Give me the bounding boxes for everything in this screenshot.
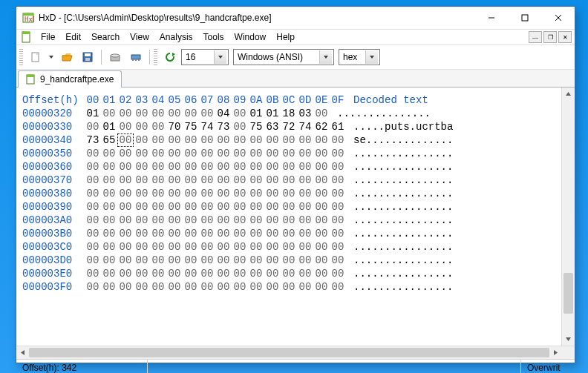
hex-byte[interactable]: 00 [85,280,101,294]
hex-byte[interactable]: 00 [215,254,232,267]
hex-byte[interactable]: 00 [150,174,166,187]
hex-byte[interactable]: 00 [248,147,264,160]
hex-byte[interactable]: 00 [281,160,297,174]
hex-byte[interactable]: 00 [264,240,281,254]
hex-byte[interactable]: 00 [248,133,264,147]
hex-byte[interactable]: 00 [183,254,199,267]
hex-byte[interactable]: 00 [232,200,248,214]
hex-byte[interactable]: 00 [117,147,134,160]
hex-byte[interactable]: 00 [232,160,248,174]
hex-byte[interactable]: 00 [117,200,134,214]
hex-byte[interactable]: 00 [199,280,215,294]
hex-byte[interactable]: 00 [264,280,281,294]
hex-byte[interactable]: 00 [134,200,150,214]
hex-byte[interactable]: 00 [248,240,264,254]
hex-byte[interactable]: 00 [117,280,134,294]
hex-byte[interactable]: 00 [101,280,117,294]
new-button[interactable] [26,47,45,67]
hex-byte[interactable]: 00 [297,254,313,267]
hex-byte[interactable]: 00 [117,267,134,280]
hex-byte[interactable]: 00 [101,147,117,160]
hex-byte[interactable]: 00 [232,280,248,294]
hex-byte[interactable]: 00 [232,120,248,133]
hex-byte[interactable]: 00 [215,160,232,174]
scroll-left-button[interactable] [16,349,29,356]
hex-byte[interactable]: 00 [166,214,183,227]
hex-byte[interactable]: 00 [297,227,313,240]
hex-byte[interactable]: 00 [134,187,150,200]
hex-byte[interactable]: 00 [313,107,330,120]
hex-byte[interactable]: 00 [101,254,117,267]
hex-byte[interactable]: 00 [183,280,199,294]
hex-byte[interactable]: 00 [264,254,281,267]
hex-byte[interactable]: 00 [248,214,264,227]
hex-byte[interactable]: 00 [150,160,166,174]
hex-byte[interactable]: 00 [297,160,313,174]
hex-byte[interactable]: 00 [199,200,215,214]
hex-byte[interactable]: 00 [85,214,101,227]
hex-byte[interactable]: 00 [183,187,199,200]
hex-byte[interactable]: 00 [183,133,199,147]
hex-byte[interactable]: 00 [297,133,313,147]
hex-byte[interactable]: 00 [199,133,215,147]
hex-byte[interactable]: 00 [330,280,346,294]
hex-byte[interactable]: 00 [313,187,330,200]
toolbar-grip[interactable] [19,49,23,65]
hex-byte[interactable]: 00 [264,187,281,200]
hex-byte[interactable]: 00 [199,160,215,174]
hex-byte[interactable]: 00 [199,227,215,240]
hex-byte[interactable]: 00 [281,214,297,227]
hex-byte[interactable]: 00 [264,133,281,147]
hex-byte[interactable]: 00 [330,174,346,187]
hex-byte[interactable]: 00 [183,240,199,254]
hex-byte[interactable]: 00 [281,227,297,240]
menu-help[interactable]: Help [271,30,300,44]
hex-byte[interactable]: 00 [150,200,166,214]
hex-byte[interactable]: 00 [232,227,248,240]
hex-byte[interactable]: 00 [313,200,330,214]
open-button[interactable] [57,47,76,67]
hex-byte[interactable]: 75 [248,120,264,133]
hex-byte[interactable]: 00 [183,174,199,187]
hex-byte[interactable]: 00 [297,214,313,227]
hex-byte[interactable]: 00 [150,254,166,267]
hex-byte[interactable]: 00 [199,107,215,120]
hex-byte[interactable]: 00 [199,254,215,267]
hex-byte[interactable]: 00 [150,187,166,200]
hex-byte[interactable]: 00 [281,280,297,294]
hex-byte[interactable]: 00 [166,187,183,200]
hex-byte[interactable]: 00 [215,267,232,280]
hex-byte[interactable]: 00 [101,200,117,214]
hex-byte[interactable]: 00 [313,280,330,294]
base-combo[interactable]: hex [339,49,380,65]
hex-byte[interactable]: 00 [313,254,330,267]
hex-byte[interactable]: 00 [215,214,232,227]
hex-byte[interactable]: 00 [101,267,117,280]
hex-byte[interactable]: 00 [281,200,297,214]
vertical-scrollbar[interactable] [561,88,575,346]
hex-byte[interactable]: 00 [313,267,330,280]
hex-byte[interactable]: 00 [215,133,232,147]
hex-byte[interactable]: 00 [85,187,101,200]
hex-byte[interactable]: 04 [215,107,232,120]
hex-byte[interactable]: 00 [199,174,215,187]
hex-byte[interactable]: 00 [297,267,313,280]
hex-byte[interactable]: 00 [232,240,248,254]
hex-byte[interactable]: 00 [330,240,346,254]
hex-byte[interactable]: 00 [248,254,264,267]
menu-view[interactable]: View [125,30,154,44]
hex-byte[interactable]: 00 [264,214,281,227]
hex-byte[interactable]: 00 [297,174,313,187]
hex-byte[interactable]: 00 [134,280,150,294]
hex-byte[interactable]: 75 [183,120,199,133]
hex-byte[interactable]: 00 [183,160,199,174]
hex-byte[interactable]: 03 [297,107,313,120]
hex-byte[interactable]: 74 [297,120,313,133]
hex-byte[interactable]: 00 [134,107,150,120]
file-tab[interactable]: 9_handcraftpe.exe [18,70,122,88]
mdi-close-button[interactable]: ✕ [558,31,572,43]
toolbar-grip-2[interactable] [154,49,157,65]
hex-byte[interactable]: 00 [134,174,150,187]
hex-byte[interactable]: 61 [330,120,346,133]
scroll-down-button[interactable] [562,333,575,346]
